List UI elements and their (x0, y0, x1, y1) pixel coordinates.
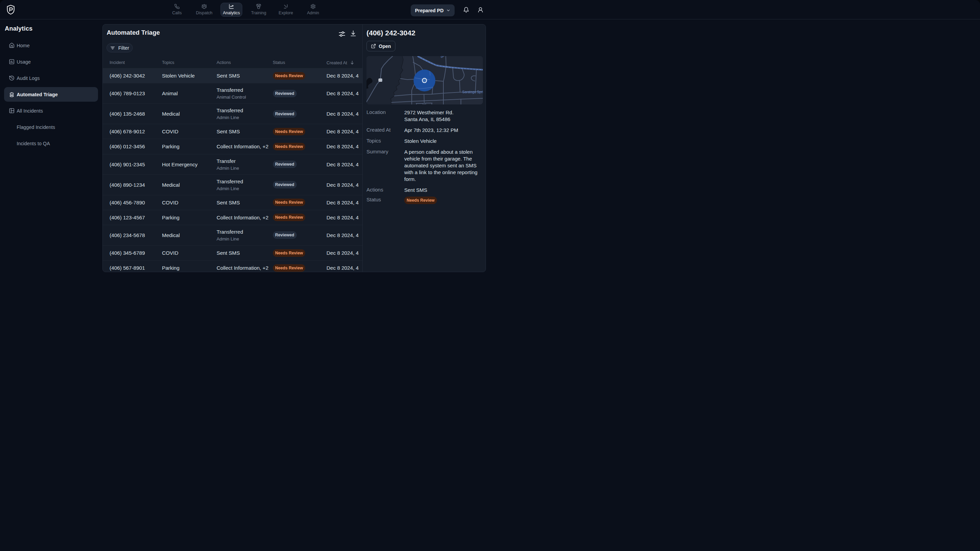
svg-text:Saratoga Sprin: Saratoga Sprin (463, 90, 483, 94)
svg-text:23: 23 (379, 79, 382, 81)
